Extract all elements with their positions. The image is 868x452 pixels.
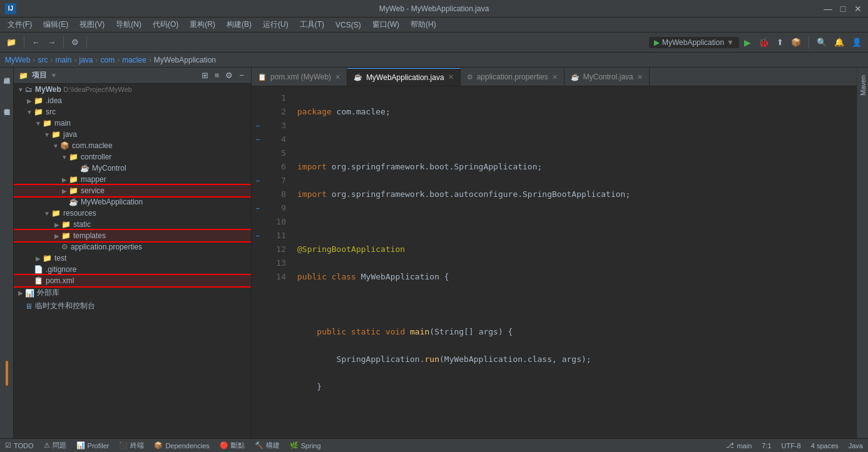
tree-item-mywebapp[interactable]: ▶ ☕ MyWebApplication [14,196,251,208]
statusbar-spring[interactable]: 🌿 Spring [290,441,321,449]
code-line-10: SpringApplication.run(MyWebApplication.c… [297,353,857,366]
left-strip: 結構 書籤 [0,68,14,438]
statusbar-git[interactable]: ⎇ main [726,441,752,449]
tree-item-idea[interactable]: ▶ 📁 .idea [14,95,251,106]
toolbar-extra-2[interactable]: ⬆ [774,36,786,48]
tree-item-resources[interactable]: ▼ 📁 resources [14,208,251,219]
statusbar-profiler[interactable]: 📊 Profiler [76,441,110,449]
tree-item-myweb[interactable]: ▼ 🗂 MyWeb D:\IdeaProject\MyWeb [14,84,251,95]
filetype-label: Java [849,442,863,449]
breadcrumb-java[interactable]: java [79,56,93,64]
breadcrumb-maclee[interactable]: maclee [122,56,146,64]
toolbar-back-button[interactable]: ← [29,36,43,48]
tree-item-controller[interactable]: ▼ 📁 controller [14,151,251,163]
tree-item-commaclee[interactable]: ▼ 📦 com.maclee [14,140,251,151]
menu-code[interactable]: 代码(O) [148,18,183,31]
tree-item-extlib[interactable]: ▶ 📊 外部库 [14,286,251,299]
code-content[interactable]: package com.maclee; import org.springfra… [292,86,857,438]
menu-vcs[interactable]: VCS(S) [330,19,366,31]
bookmarks-panel-toggle[interactable]: 書籤 [2,101,12,106]
menu-run[interactable]: 运行(U) [258,18,294,31]
tree-arrow-commaclee: ▼ [51,143,60,149]
sidebar-collapse-all-icon[interactable]: ≡ [213,70,222,81]
minimize-button[interactable]: — [823,4,833,14]
toolbar-settings-button[interactable]: ⚙ [69,36,81,48]
ln-2: 2 [264,105,292,119]
tree-item-src[interactable]: ▼ 📁 src [14,106,251,118]
tab-mycontrol[interactable]: ☕ MyControl.java ✕ [564,68,650,86]
git-icon: ⎇ [726,441,734,449]
tree-item-mapper[interactable]: ▶ 📁 mapper [14,174,251,185]
menu-build[interactable]: 构建(B) [222,18,257,31]
tree-item-service[interactable]: ▶ 📁 service [14,185,251,196]
tab-pomxml[interactable]: 📋 pom.xml (MyWeb) ✕ [252,68,347,86]
tree-item-tempfiles[interactable]: ▶ 🖥 临时文件和控制台 [14,299,251,313]
tree-item-gitignore[interactable]: ▶ 📄 .gitignore [14,264,251,275]
statusbar-breakpoints[interactable]: 🔴 斷點 [220,441,245,450]
menu-view[interactable]: 视图(V) [74,18,110,31]
sidebar-dropdown-icon[interactable]: ▼ [51,72,57,79]
tree-item-appprops[interactable]: ▶ ⚙ application.properties [14,241,251,253]
close-button[interactable]: ✕ [853,4,863,14]
tree-arrow-extlib: ▶ [16,289,25,296]
statusbar-filetype[interactable]: Java [849,442,863,449]
menu-file[interactable]: 文件(F) [3,18,37,31]
maven-label[interactable]: Maven [857,73,869,98]
menu-help[interactable]: 帮助(H) [406,18,441,31]
toolbar-notifications-button[interactable]: 🔔 [832,36,847,48]
statusbar-linecol[interactable]: 7:1 [762,442,771,449]
tree-item-mycontrol[interactable]: ▶ ☕ MyControl [14,163,251,174]
tab-mywebapp-close[interactable]: ✕ [448,73,454,81]
statusbar-build[interactable]: 🔨 構建 [255,441,280,450]
tab-pomxml-close[interactable]: ✕ [335,73,340,81]
tab-appprops-close[interactable]: ✕ [552,73,558,81]
statusbar-terminal[interactable]: ⬛ 終端 [119,441,144,450]
structure-panel-toggle[interactable]: 結構 [2,70,12,75]
tab-appprops-icon: ⚙ [467,73,473,81]
breadcrumb-myweb[interactable]: MyWeb [5,56,30,64]
tree-item-test[interactable]: ▶ 📁 test [14,253,251,264]
breadcrumb-src[interactable]: src [38,56,48,64]
sidebar-settings-icon[interactable]: ⚙ [223,70,235,81]
sidebar-minus-icon[interactable]: − [237,70,246,81]
menu-refactor[interactable]: 重构(R) [185,18,220,31]
toolbar-user-button[interactable]: 👤 [849,36,864,48]
menu-window[interactable]: 窗口(W) [367,18,404,31]
tree-item-pomxml[interactable]: ▶ 📋 pom.xml [14,275,251,286]
toolbar-open-button[interactable]: 📁 [4,36,19,48]
statusbar-problems[interactable]: ⚠ 問題 [44,441,66,450]
statusbar-encoding[interactable]: UTF-8 [782,442,801,449]
statusbar-indent[interactable]: 4 spaces [811,442,839,449]
maximize-button[interactable]: □ [838,4,848,14]
toolbar-forward-button[interactable]: → [45,36,58,48]
tab-mycontrol-close[interactable]: ✕ [637,73,643,81]
encoding-label: UTF-8 [782,442,801,449]
mapper-folder-icon: 📁 [69,175,78,184]
mycontrol-java-icon: ☕ [80,164,89,173]
package-icon: 📦 [60,141,69,150]
tab-appprops[interactable]: ⚙ application.properties ✕ [461,68,564,86]
ln-8: 8 [264,188,292,201]
tree-arrow-mapper: ▶ [60,176,69,183]
menu-tools[interactable]: 工具(T) [295,18,329,31]
toolbar-search-button[interactable]: 🔍 [814,36,829,48]
run-config-selector[interactable]: ▶ MyWebApplication ▼ [649,37,739,48]
statusbar-dependencies[interactable]: 📦 Dependencies [154,441,209,449]
tree-item-main[interactable]: ▼ 📁 main [14,118,251,129]
menu-edit[interactable]: 编辑(E) [38,18,73,31]
todo-label: TODO [14,442,34,449]
tab-mywebapp[interactable]: ☕ MyWebApplication.java ✕ [347,68,461,86]
breadcrumb-com[interactable]: com [100,56,115,64]
toolbar-extra-3[interactable]: 📦 [789,36,804,48]
breadcrumb-main[interactable]: main [55,56,71,64]
spring-label: Spring [301,442,321,449]
tree-item-static[interactable]: ▶ 📁 static [14,219,251,230]
run-button[interactable]: ▶ [742,36,753,49]
toolbar-extra-1[interactable]: 🐞 [756,36,772,49]
tree-item-templates[interactable]: ▶ 📁 templates [14,230,251,241]
sidebar-layout-icon[interactable]: ⊞ [200,70,210,81]
menu-navigate[interactable]: 导航(N) [111,18,146,31]
tree-item-java[interactable]: ▼ 📁 java [14,129,251,140]
code-editor[interactable]: − − − − − 1 2 3 4 5 6 7 8 9 10 [252,86,857,438]
statusbar-todo[interactable]: ☑ TODO [5,441,34,449]
